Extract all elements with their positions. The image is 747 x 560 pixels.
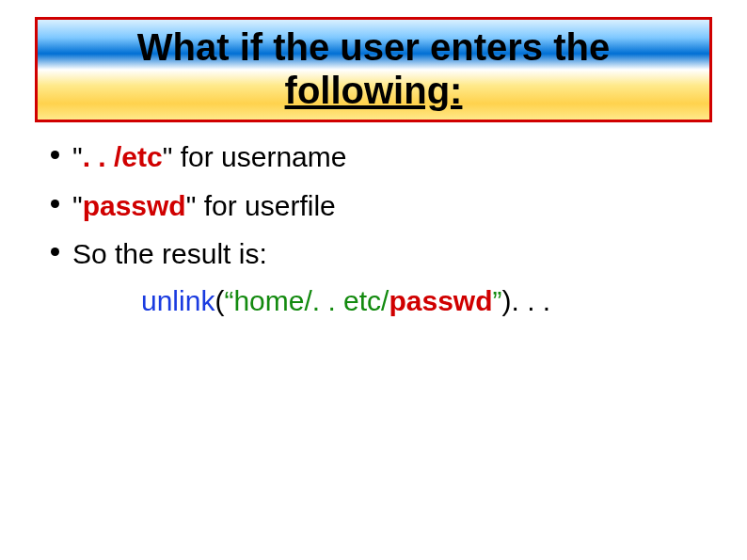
slide-title-line-2: following: [47, 69, 700, 112]
bullet1-prefix: " [72, 141, 83, 172]
slide-title-box: What if the user enters the following: [35, 17, 712, 122]
bullet-text-3: So the result is: [72, 236, 267, 272]
bullet-item-3: So the result is: [51, 236, 719, 272]
bullet-icon [51, 200, 59, 208]
bullet2-prefix: " [72, 190, 83, 221]
bullet-item-1: ". . /etc" for username [51, 139, 719, 175]
bullet2-suffix: " for userfile [186, 190, 336, 221]
result-line: unlink(“home/. . etc/passwd”). . . [141, 285, 719, 317]
result-arg-suffix: ” [493, 285, 502, 316]
result-arg-highlight: passwd [389, 285, 492, 316]
bullet-icon [51, 151, 59, 159]
bullet-text-1: ". . /etc" for username [72, 139, 346, 175]
result-func: unlink [141, 285, 215, 316]
bullet1-suffix: " for username [163, 141, 347, 172]
bullet2-highlight: passwd [83, 190, 186, 221]
bullet-text-2: "passwd" for userfile [72, 188, 336, 224]
slide-title-line-1: What if the user enters the [47, 25, 700, 69]
result-close-paren: ). . . [502, 285, 551, 316]
result-open-paren: ( [215, 285, 224, 316]
bullet-icon [51, 248, 59, 256]
result-arg-prefix: “home/. . etc/ [224, 285, 389, 316]
bullet-list: ". . /etc" for username "passwd" for use… [28, 139, 719, 317]
bullet-item-2: "passwd" for userfile [51, 188, 719, 224]
bullet1-highlight: . . /etc [83, 141, 163, 172]
